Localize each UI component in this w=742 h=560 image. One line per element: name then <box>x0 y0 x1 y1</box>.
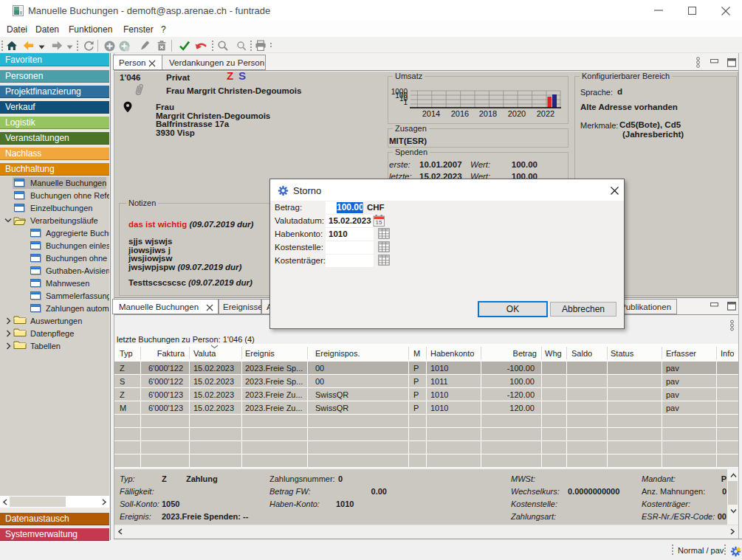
svg-text:2014: 2014 <box>422 109 440 118</box>
svg-text:2022: 2022 <box>537 109 554 118</box>
svg-text:1: 1 <box>403 98 408 106</box>
svg-text:2018: 2018 <box>479 109 497 118</box>
svg-text:15: 15 <box>376 219 382 226</box>
svg-text:2020: 2020 <box>508 109 526 118</box>
svg-text:2016: 2016 <box>451 109 469 118</box>
